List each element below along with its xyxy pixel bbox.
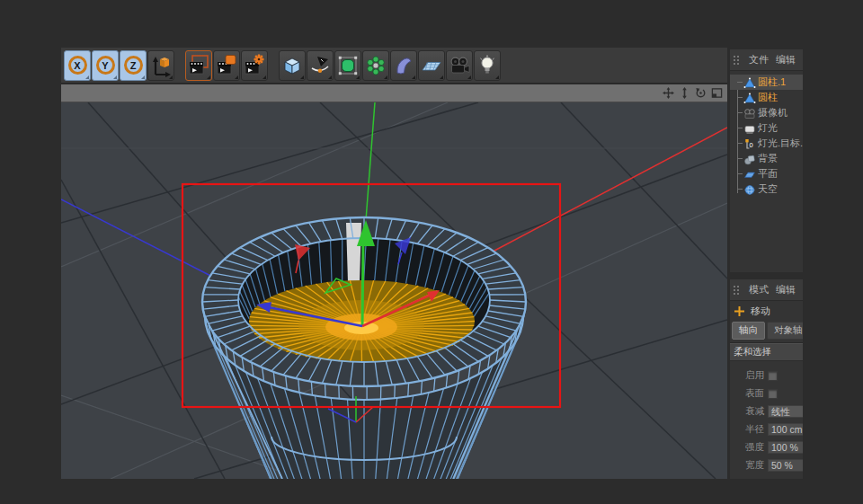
render-view-button[interactable] bbox=[185, 50, 212, 81]
target-light-icon: 0 bbox=[743, 137, 756, 149]
strength-field[interactable]: 100 % bbox=[768, 441, 803, 454]
surface-label: 表面 bbox=[730, 387, 764, 400]
render-view-icon bbox=[188, 54, 209, 77]
viewport-maximize-icon[interactable] bbox=[710, 86, 724, 100]
object-label: 摄像机 bbox=[758, 106, 787, 119]
light-button[interactable] bbox=[474, 50, 501, 81]
subdivision-surface-button[interactable] bbox=[334, 50, 361, 81]
y-axis-icon: Y bbox=[96, 56, 115, 75]
width-field[interactable]: 50 % bbox=[768, 459, 803, 472]
am-menu-mode[interactable]: 模式 bbox=[749, 283, 769, 296]
lock-y-button[interactable]: Y bbox=[92, 50, 119, 81]
floor-button[interactable] bbox=[418, 50, 445, 81]
strength-row: 强度 100 % bbox=[730, 438, 803, 456]
object-row-camera[interactable]: 摄像机 bbox=[730, 105, 803, 120]
cone-icon bbox=[743, 76, 756, 88]
lock-x-button[interactable]: X bbox=[64, 50, 91, 81]
falloff-curve-widget[interactable] bbox=[759, 478, 803, 479]
am-menu-edit[interactable]: 编辑 bbox=[776, 283, 796, 296]
surface-row: 表面 bbox=[730, 385, 803, 402]
svg-text:0: 0 bbox=[750, 141, 753, 149]
falloff-curve-row bbox=[730, 474, 803, 479]
object-row-light-target[interactable]: 0 灯光.目标.1 bbox=[730, 136, 803, 151]
deformer-icon bbox=[393, 55, 414, 76]
object-label: 天空 bbox=[758, 182, 778, 196]
attribute-manager-header: 模式 编辑 bbox=[730, 279, 803, 301]
z-axis-icon: Z bbox=[124, 56, 143, 75]
object-row-light[interactable]: 灯光 bbox=[730, 120, 803, 136]
camera-icon bbox=[743, 107, 756, 119]
tab-axis[interactable]: 轴向 bbox=[732, 322, 765, 340]
coordinate-system-button[interactable] bbox=[147, 50, 174, 81]
scene-canvas bbox=[61, 102, 727, 479]
cone-icon bbox=[743, 92, 756, 103]
render-settings-icon bbox=[216, 54, 237, 77]
falloff-row: 衰减 线性 bbox=[730, 402, 803, 420]
width-label: 宽度 bbox=[730, 459, 764, 472]
primitive-cube-icon bbox=[281, 55, 303, 76]
surface-checkbox[interactable] bbox=[768, 389, 778, 399]
soft-selection-section-title[interactable]: 柔和选择 bbox=[730, 343, 803, 361]
render-queue-icon bbox=[244, 54, 265, 77]
object-manager: 文件 编辑 圆柱.1 圆柱 bbox=[730, 49, 803, 272]
render-queue-button[interactable] bbox=[241, 50, 268, 81]
object-label: 圆柱 bbox=[758, 91, 778, 104]
object-label: 灯光.目标.1 bbox=[758, 137, 803, 150]
lock-z-button[interactable]: Z bbox=[120, 50, 147, 81]
object-label: 平面 bbox=[758, 167, 778, 181]
spline-pen-button[interactable] bbox=[307, 50, 334, 81]
array-button[interactable] bbox=[362, 50, 389, 81]
plane-icon bbox=[743, 168, 756, 180]
background-icon bbox=[743, 153, 756, 164]
attribute-manager: 模式 编辑 移动 轴向 对象轴 柔和选择 启用 表面 衰减 线性 半径 bbox=[730, 279, 803, 479]
render-group bbox=[185, 50, 268, 81]
object-tree: 圆柱.1 圆柱 摄像机 bbox=[730, 75, 803, 197]
radius-label: 半径 bbox=[730, 423, 764, 436]
object-label: 灯光 bbox=[758, 121, 778, 135]
move-tool-icon bbox=[734, 305, 745, 317]
spline-pen-icon bbox=[309, 55, 331, 76]
enable-checkbox[interactable] bbox=[768, 371, 778, 381]
array-icon bbox=[365, 55, 387, 76]
panel-grip-icon[interactable] bbox=[733, 285, 742, 296]
deformer-button[interactable] bbox=[390, 50, 417, 81]
viewport-zoom-icon[interactable] bbox=[678, 86, 691, 100]
active-tool-row: 移动 bbox=[730, 301, 803, 321]
floor-icon bbox=[421, 55, 442, 76]
panel-grip-icon[interactable] bbox=[733, 55, 742, 66]
strength-label: 强度 bbox=[730, 441, 764, 454]
active-tool-label: 移动 bbox=[751, 305, 770, 318]
axis-lock-group: X Y Z bbox=[64, 50, 174, 81]
tab-object-axis[interactable]: 对象轴 bbox=[767, 322, 803, 340]
radius-field[interactable]: 100 cm bbox=[768, 423, 803, 436]
enable-row: 启用 bbox=[730, 367, 803, 385]
om-menu-edit[interactable]: 编辑 bbox=[776, 53, 796, 66]
object-label: 圆柱.1 bbox=[758, 75, 786, 89]
render-settings-button[interactable] bbox=[213, 50, 240, 81]
object-row-cylinder-1[interactable]: 圆柱.1 bbox=[730, 75, 803, 90]
radius-row: 半径 100 cm bbox=[730, 420, 803, 438]
viewport-rotate-icon[interactable] bbox=[694, 86, 707, 100]
object-row-sky[interactable]: 天空 bbox=[730, 181, 803, 197]
sky-icon bbox=[743, 183, 756, 195]
viewport-3d[interactable] bbox=[61, 102, 727, 479]
camera-button[interactable] bbox=[446, 50, 473, 81]
enable-label: 启用 bbox=[730, 369, 764, 382]
falloff-dropdown[interactable]: 线性 bbox=[768, 405, 803, 418]
attribute-tabs: 轴向 对象轴 bbox=[730, 321, 803, 343]
main-toolbar: X Y Z bbox=[61, 48, 727, 84]
object-row-cylinder[interactable]: 圆柱 bbox=[730, 90, 803, 105]
falloff-label: 衰减 bbox=[730, 405, 764, 418]
light-object-icon bbox=[743, 122, 756, 134]
primitive-cube-button[interactable] bbox=[279, 50, 306, 81]
viewport-titlebar[interactable] bbox=[61, 84, 727, 102]
viewport-pan-icon[interactable] bbox=[662, 86, 675, 100]
camera-icon bbox=[449, 55, 470, 76]
object-label: 背景 bbox=[758, 152, 778, 165]
object-row-plane[interactable]: 平面 bbox=[730, 166, 803, 181]
object-row-background[interactable]: 背景 bbox=[730, 151, 803, 166]
modeling-group bbox=[279, 50, 501, 81]
object-manager-header: 文件 编辑 bbox=[730, 49, 803, 71]
light-icon bbox=[476, 55, 498, 76]
om-menu-file[interactable]: 文件 bbox=[749, 53, 769, 66]
